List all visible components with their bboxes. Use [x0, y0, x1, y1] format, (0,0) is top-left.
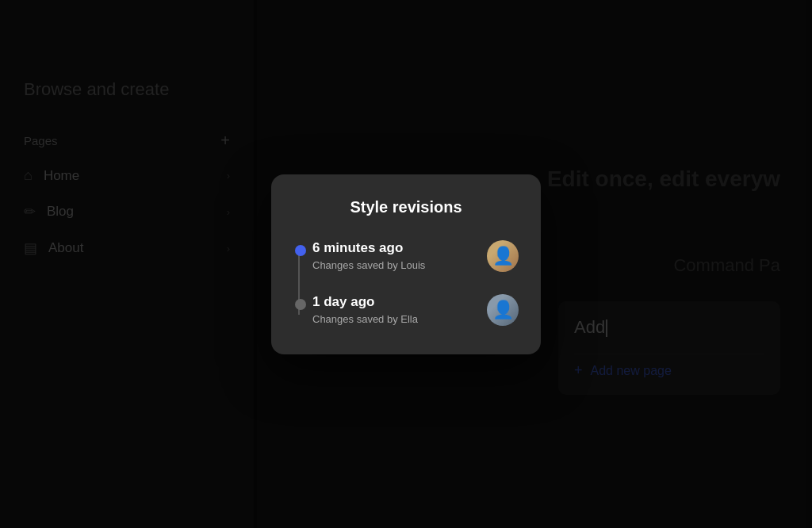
avatar-ella: [487, 294, 519, 326]
revision-dot-2: [295, 299, 306, 310]
modal-title: Style revisions: [293, 198, 519, 216]
revision-author-1: Changes saved by Louis: [312, 259, 477, 271]
revision-author-2: Changes saved by Ella: [312, 313, 477, 325]
revision-time-1: 6 minutes ago: [312, 240, 477, 256]
revision-dot-1: [295, 245, 306, 256]
revision-time-2: 1 day ago: [312, 294, 477, 310]
revision-item-2[interactable]: 1 day ago Changes saved by Ella: [312, 294, 519, 326]
avatar-louis: [487, 240, 519, 272]
revision-item-1[interactable]: 6 minutes ago Changes saved by Louis: [312, 240, 519, 272]
modal-overlay: Style revisions 6 minutes ago Changes sa…: [0, 0, 812, 528]
style-revisions-modal: Style revisions 6 minutes ago Changes sa…: [271, 174, 541, 354]
revisions-timeline: 6 minutes ago Changes saved by Louis 1 d…: [293, 240, 519, 326]
